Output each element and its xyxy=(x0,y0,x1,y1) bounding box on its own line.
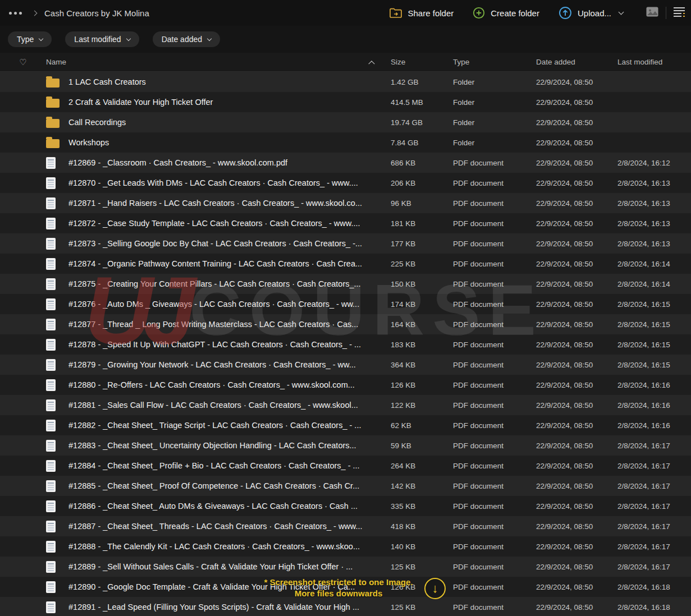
file-name[interactable]: 1 LAC Cash Creators xyxy=(68,77,391,86)
file-size: 59 KB xyxy=(391,442,453,450)
filter-last-modified[interactable]: Last modified xyxy=(65,31,139,47)
file-name[interactable]: #12887 - _Cheat Sheet_ Threads - LAC Cas… xyxy=(68,522,391,531)
more-options-icon[interactable] xyxy=(8,11,22,15)
share-folder-button[interactable]: Share folder xyxy=(389,7,454,19)
pdf-file-icon xyxy=(46,521,56,532)
table-row[interactable]: #12891 - _Lead Speed (Filling Your Spots… xyxy=(0,597,691,616)
file-date-added: 22/9/2024, 08:50 xyxy=(536,563,617,571)
file-name[interactable]: 2 Craft & Validate Your High Ticket Offe… xyxy=(68,98,391,107)
file-size: 125 KB xyxy=(391,603,453,612)
file-name[interactable]: #12875 - _Creating Your Content Pillars … xyxy=(68,279,391,288)
file-name[interactable]: #12884 - _Cheat Sheet_ Profile + Bio - L… xyxy=(68,461,391,470)
filter-last-modified-label: Last modified xyxy=(74,35,121,44)
file-name[interactable]: #12876 - _Auto DMs _ Giveaways - LAC Cas… xyxy=(68,300,391,309)
table-row[interactable]: 2 Craft & Validate Your High Ticket Offe… xyxy=(0,92,691,112)
favorite-heart-icon[interactable]: ♡ xyxy=(19,57,26,67)
file-name[interactable]: #12882 - _Cheat Sheet_ Triage Script - L… xyxy=(68,421,391,430)
table-row[interactable]: #12884 - _Cheat Sheet_ Profile + Bio - L… xyxy=(0,456,691,476)
folder-icon xyxy=(46,99,60,108)
file-name[interactable]: #12891 - _Lead Speed (Filling Your Spots… xyxy=(68,603,391,612)
file-date-added: 22/9/2024, 08:50 xyxy=(536,522,617,531)
pdf-file-icon xyxy=(46,440,56,452)
table-row[interactable]: #12879 - _Growing Your Network - LAC Cas… xyxy=(0,355,691,375)
upload-button[interactable]: Upload... xyxy=(559,6,623,20)
upload-dropdown-chevron-icon[interactable] xyxy=(619,10,624,15)
file-name[interactable]: #12869 - _Classroom · Cash Creators_ - w… xyxy=(68,158,391,167)
file-name[interactable]: #12889 - _Sell Without Sales Calls - Cra… xyxy=(68,562,391,571)
table-row[interactable]: #12874 - _Organic Pathway Content Traini… xyxy=(0,254,691,274)
file-name[interactable]: #12888 - _The Calendly Kit - LAC Cash Cr… xyxy=(68,542,391,551)
table-row[interactable]: #12878 - _Speed It Up With ChatGPT - LAC… xyxy=(0,334,691,355)
upload-label: Upload... xyxy=(578,8,611,18)
file-name[interactable]: #12877 - _Thread _ Long Post Writing Mas… xyxy=(68,320,391,329)
file-type: PDF document xyxy=(453,320,536,329)
table-row[interactable]: #12872 - _Case Study Template - LAC Cash… xyxy=(0,213,691,233)
table-row[interactable]: #12877 - _Thread _ Long Post Writing Mas… xyxy=(0,314,691,334)
table-row[interactable]: #12890 - _Google Doc Template - Craft & … xyxy=(0,577,691,597)
file-name[interactable]: #12871 - _Hand Raisers - LAC Cash Creato… xyxy=(68,199,391,208)
file-name[interactable]: #12874 - _Organic Pathway Content Traini… xyxy=(68,259,391,268)
table-row[interactable]: #12873 - _Selling Google Doc By Chat - L… xyxy=(0,233,691,254)
file-name[interactable]: #12890 - _Google Doc Template - Craft & … xyxy=(68,582,391,591)
file-name[interactable]: #12881 - _Sales Call Flow - LAC Cash Cre… xyxy=(68,401,391,410)
table-row[interactable]: Workshops 7.84 GB Folder 22/9/2024, 08:5… xyxy=(0,132,691,153)
file-name[interactable]: #12886 - _Cheat Sheet_ Auto DMs & Giveaw… xyxy=(68,502,391,511)
file-date-added: 22/9/2024, 08:50 xyxy=(536,421,617,430)
table-row[interactable]: #12870 - _Get Leads With DMs - LAC Cash … xyxy=(0,173,691,193)
pdf-file-icon xyxy=(46,298,56,310)
file-name[interactable]: #12880 - _Re-Offers - LAC Cash Creators … xyxy=(68,380,391,389)
table-row[interactable]: #12883 - _Cheat Sheet_ Uncertainty Objec… xyxy=(0,435,691,456)
thumbnail-view-icon[interactable] xyxy=(646,6,659,20)
table-row[interactable]: #12885 - _Cheat Sheet_ Proof Of Competen… xyxy=(0,476,691,496)
breadcrumb[interactable]: Cash Creators by JK Molina xyxy=(44,8,149,18)
scroll-down-icon[interactable]: ↓ xyxy=(424,578,446,599)
column-header-size[interactable]: Size xyxy=(391,58,453,66)
file-name[interactable]: #12872 - _Case Study Template - LAC Cash… xyxy=(68,219,391,228)
file-last-modified: 2/8/2024, 16:17 xyxy=(617,502,691,511)
table-row[interactable]: #12880 - _Re-Offers - LAC Cash Creators … xyxy=(0,375,691,395)
file-type: PDF document xyxy=(453,260,536,268)
column-header-date-added[interactable]: Date added xyxy=(536,58,617,66)
column-header-last-modified[interactable]: Last modified xyxy=(617,58,691,66)
file-size: 183 KB xyxy=(391,341,453,349)
table-row[interactable]: 1 LAC Cash Creators 1.42 GB Folder 22/9/… xyxy=(0,72,691,92)
list-view-icon[interactable] xyxy=(673,6,685,20)
table-row[interactable]: Call Recordings 19.74 GB Folder 22/9/202… xyxy=(0,112,691,132)
file-name[interactable]: #12885 - _Cheat Sheet_ Proof Of Competen… xyxy=(68,481,391,490)
filter-type[interactable]: Type xyxy=(8,31,52,47)
table-row[interactable]: #12876 - _Auto DMs _ Giveaways - LAC Cas… xyxy=(0,294,691,314)
file-last-modified: 2/8/2024, 16:17 xyxy=(617,563,691,571)
column-header-name[interactable]: Name xyxy=(46,58,391,66)
file-name[interactable]: #12870 - _Get Leads With DMs - LAC Cash … xyxy=(68,178,391,187)
file-name[interactable]: #12873 - _Selling Google Doc By Chat - L… xyxy=(68,239,391,248)
file-type: PDF document xyxy=(453,159,536,167)
file-name[interactable]: Call Recordings xyxy=(68,118,391,127)
table-row[interactable]: #12887 - _Cheat Sheet_ Threads - LAC Cas… xyxy=(0,516,691,536)
table-row[interactable]: #12871 - _Hand Raisers - LAC Cash Creato… xyxy=(0,193,691,213)
file-date-added: 22/9/2024, 08:50 xyxy=(536,179,617,187)
table-row[interactable]: #12889 - _Sell Without Sales Calls - Cra… xyxy=(0,557,691,577)
filter-date-added[interactable]: Date added xyxy=(153,31,220,47)
file-date-added: 22/9/2024, 08:50 xyxy=(536,159,617,167)
pdf-file-icon xyxy=(46,258,56,270)
file-name[interactable]: #12878 - _Speed It Up With ChatGPT - LAC… xyxy=(68,340,391,349)
table-row[interactable]: #12881 - _Sales Call Flow - LAC Cash Cre… xyxy=(0,395,691,415)
table-row[interactable]: #12886 - _Cheat Sheet_ Auto DMs & Giveaw… xyxy=(0,496,691,516)
file-name[interactable]: Workshops xyxy=(68,138,391,147)
table-row[interactable]: #12869 - _Classroom · Cash Creators_ - w… xyxy=(0,153,691,173)
table-row[interactable]: #12888 - _The Calendly Kit - LAC Cash Cr… xyxy=(0,536,691,557)
file-name[interactable]: #12883 - _Cheat Sheet_ Uncertainty Objec… xyxy=(68,441,391,450)
file-type: PDF document xyxy=(453,583,536,591)
create-folder-button[interactable]: Create folder xyxy=(473,7,539,19)
file-last-modified: 2/8/2024, 16:13 xyxy=(617,219,691,228)
file-type: PDF document xyxy=(453,361,536,369)
file-last-modified: 2/8/2024, 16:13 xyxy=(617,199,691,208)
file-last-modified: 2/8/2024, 16:17 xyxy=(617,462,691,470)
table-row[interactable]: #12875 - _Creating Your Content Pillars … xyxy=(0,274,691,294)
file-size: 122 KB xyxy=(391,401,453,410)
file-name[interactable]: #12879 - _Growing Your Network - LAC Cas… xyxy=(68,360,391,369)
sort-ascending-icon[interactable] xyxy=(368,61,374,67)
column-header-type[interactable]: Type xyxy=(453,58,536,66)
table-row[interactable]: #12882 - _Cheat Sheet_ Triage Script - L… xyxy=(0,415,691,435)
file-date-added: 22/9/2024, 08:50 xyxy=(536,78,617,86)
